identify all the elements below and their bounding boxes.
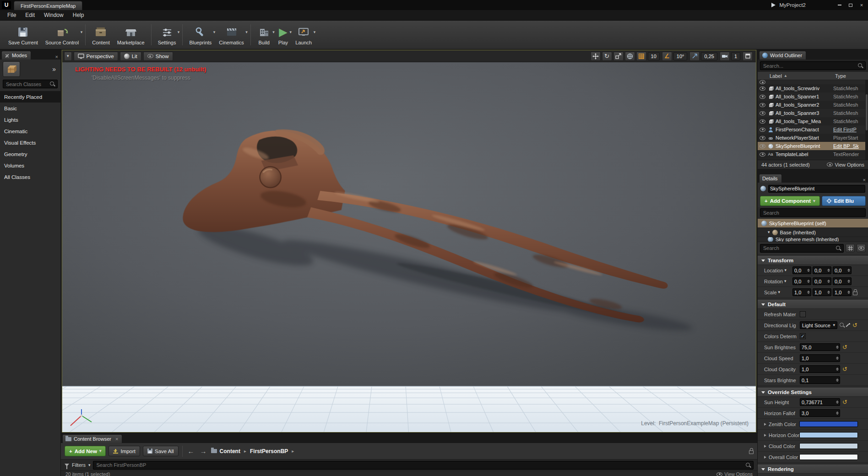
view-options-button[interactable]: View Options	[827, 162, 864, 168]
modes-search[interactable]	[3, 80, 58, 88]
cloud-speed-input[interactable]	[800, 356, 836, 361]
rotation-y-input[interactable]	[813, 279, 827, 284]
lock-icon[interactable]	[749, 450, 754, 454]
reset-to-default-icon[interactable]: ↺	[842, 399, 847, 405]
table-row[interactable]: All_tools_Spanner1 StaticMesh	[758, 92, 868, 101]
component-mesh-row[interactable]: Sky sphere mesh (Inherited)	[758, 237, 868, 242]
breadcrumb-content[interactable]: Content	[220, 448, 240, 454]
menu-window[interactable]: Window	[39, 11, 68, 20]
maximize-viewport-button[interactable]	[743, 52, 753, 61]
table-row[interactable]: All_tools_Screwdriv StaticMesh	[758, 84, 868, 92]
collapsed-triangle-icon[interactable]	[764, 423, 766, 426]
location-x-input[interactable]	[793, 268, 807, 273]
camera-speed-value[interactable]: 1	[731, 52, 740, 60]
expander-icon[interactable]: ▾	[768, 230, 770, 234]
outliner-column-header[interactable]: Label▲ Type	[758, 72, 868, 80]
overall-color-swatch[interactable]	[799, 454, 858, 460]
outliner-search-input[interactable]	[762, 63, 857, 69]
breadcrumb-firstpersonbp[interactable]: FirstPersonBP	[250, 448, 288, 454]
category-basic[interactable]: Basic	[0, 103, 60, 114]
visibility-eye-icon[interactable]	[760, 144, 765, 148]
table-row-selected[interactable]: SkySphereBlueprint Edit BP_Sk	[758, 142, 868, 150]
play-button[interactable]: ▶ Play ▾	[275, 23, 292, 46]
cb-view-options[interactable]: View Options	[716, 471, 753, 476]
camera-speed-button[interactable]	[720, 52, 730, 61]
lit-button[interactable]: Lit	[120, 52, 141, 61]
visibility-eye-icon[interactable]	[760, 87, 765, 91]
cloud-opacity-input[interactable]	[800, 367, 836, 372]
category-cinematic[interactable]: Cinematic	[0, 125, 60, 137]
import-button[interactable]: Import	[108, 446, 140, 456]
visibility-eye-icon[interactable]	[760, 111, 765, 115]
grid-snap-value[interactable]: 10	[648, 52, 660, 60]
property-search-input[interactable]	[762, 245, 835, 251]
rotation-z-input[interactable]	[833, 279, 847, 284]
settings-button[interactable]: Settings ▾	[154, 23, 180, 46]
close-button[interactable]: ×	[857, 2, 866, 9]
directional-light-dropdown[interactable]: Light Source▾	[800, 321, 837, 329]
content-search[interactable]	[93, 461, 754, 470]
table-row[interactable]: Aa TemplateLabel TextRender	[758, 150, 868, 158]
collapsed-triangle-icon[interactable]	[764, 445, 766, 448]
collapsed-triangle-icon[interactable]	[764, 456, 766, 459]
rotation-snap-toggle[interactable]: ∠	[662, 52, 672, 61]
save-current-button[interactable]: Save Current	[5, 23, 42, 46]
category-all-classes[interactable]: All Classes	[0, 171, 60, 183]
place-mode-button[interactable]	[3, 61, 20, 77]
marketplace-button[interactable]: Marketplace	[114, 23, 148, 46]
table-row[interactable]: NetworkPlayerStart PlayerStart	[758, 134, 868, 142]
rotation-x-input[interactable]	[793, 279, 807, 284]
table-row[interactable]: All_tools_Spanner2 StaticMesh	[758, 101, 868, 109]
horizon-falloff-input[interactable]	[800, 411, 836, 416]
details-search[interactable]	[760, 208, 866, 217]
search-classes-input[interactable]	[5, 81, 49, 87]
actor-name-field[interactable]	[769, 186, 865, 191]
component-self-row[interactable]: SkySphereBlueprint (self)	[758, 219, 868, 228]
property-visibility-button[interactable]	[857, 244, 866, 252]
visibility-eye-icon[interactable]	[760, 119, 765, 124]
zenith-color-swatch[interactable]	[799, 421, 858, 427]
scale-x-input[interactable]	[793, 290, 807, 295]
add-new-button[interactable]: + Add New ▾	[65, 446, 106, 456]
visibility-eye-icon[interactable]	[760, 80, 765, 84]
visibility-eye-icon[interactable]	[760, 95, 765, 99]
blueprints-button[interactable]: Blueprints ▾	[185, 23, 215, 46]
level-tab[interactable]: FirstPersonExampleMap	[14, 1, 82, 10]
tab-modes[interactable]: Modes	[1, 51, 31, 60]
edit-blueprint-link[interactable]: Edit BP_Sk	[833, 143, 864, 149]
grid-snap-toggle[interactable]	[636, 52, 646, 61]
table-row[interactable]: FirstPersonCharact Edit FirstP	[758, 125, 868, 134]
save-all-button[interactable]: Save All	[143, 446, 179, 456]
rotation-label[interactable]: Rotation▾	[764, 279, 792, 284]
collapsed-triangle-icon[interactable]	[764, 434, 766, 437]
viewport-3d[interactable]: LIGHTING NEEDS TO BE REBUILT (12 unbuilt…	[62, 62, 756, 432]
menu-edit[interactable]: Edit	[21, 11, 39, 20]
property-search[interactable]	[760, 244, 844, 253]
reset-to-default-icon[interactable]: ↺	[842, 366, 847, 372]
translate-tool-button[interactable]	[591, 52, 601, 61]
build-button[interactable]: Build ▾	[254, 23, 275, 46]
perspective-button[interactable]: Perspective	[74, 52, 118, 61]
scale-lock-icon[interactable]	[853, 292, 857, 295]
breadcrumb-arrow-icon[interactable]: ▸	[291, 449, 295, 454]
close-icon[interactable]: ×	[115, 436, 118, 442]
world-space-button[interactable]	[625, 52, 635, 61]
horizon-color-swatch[interactable]	[799, 432, 858, 438]
close-icon[interactable]: ×	[863, 177, 868, 183]
tab-content-browser[interactable]: Content Browser ×	[62, 434, 122, 443]
stars-brightness-input[interactable]	[800, 378, 836, 383]
scale-snap-toggle[interactable]	[689, 52, 700, 61]
location-label[interactable]: Location▾	[764, 268, 792, 273]
add-component-button[interactable]: + Add Component ▾	[760, 196, 820, 206]
viewport-options-button[interactable]: ▾	[64, 52, 72, 61]
property-matrix-button[interactable]	[846, 244, 855, 252]
scale-label[interactable]: Scale▾	[764, 290, 792, 295]
picker-icon[interactable]	[845, 323, 850, 328]
scale-snap-value[interactable]: 0,25	[701, 52, 717, 60]
visibility-eye-icon[interactable]	[760, 103, 765, 107]
rotation-snap-value[interactable]: 10°	[673, 52, 688, 60]
menu-help[interactable]: Help	[68, 11, 89, 20]
refresh-material-checkbox[interactable]	[800, 311, 806, 317]
sun-height-input[interactable]	[800, 400, 836, 405]
table-row[interactable]: All_tools_Tape_Mea StaticMesh	[758, 117, 868, 125]
